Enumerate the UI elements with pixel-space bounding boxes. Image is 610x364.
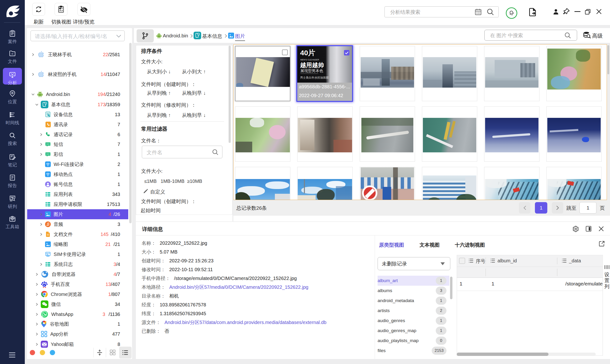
svg-text:yahoo!: yahoo! — [42, 346, 46, 347]
